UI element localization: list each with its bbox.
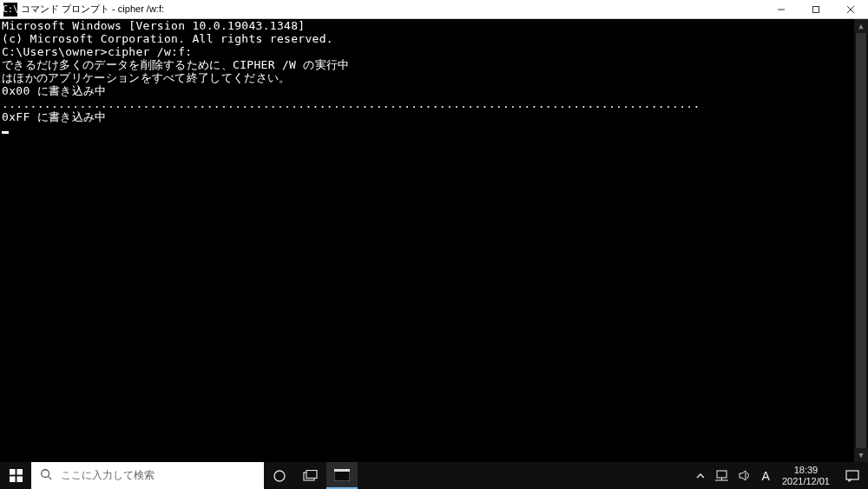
svg-rect-15	[717, 471, 727, 478]
terminal-line: 0x00 に書き込み中	[2, 84, 854, 97]
task-view-button[interactable]	[295, 462, 326, 489]
ime-indicator[interactable]: A	[757, 462, 775, 489]
taskbar-clock[interactable]: 18:39 2021/12/01	[775, 465, 837, 487]
svg-point-10	[274, 471, 285, 481]
taskbar-search[interactable]: ここに入力して検索	[31, 462, 264, 489]
action-center-button[interactable]	[837, 470, 868, 482]
window-title-bar: C:\ コマンド プロンプト - cipher /w:f:	[0, 0, 868, 19]
clock-time: 18:39	[782, 465, 830, 476]
terminal-line: (c) Microsoft Corporation. All rights re…	[2, 32, 854, 45]
terminal-area: Microsoft Windows [Version 10.0.19043.13…	[0, 19, 868, 462]
terminal-cursor	[2, 131, 9, 134]
maximize-button[interactable]	[799, 0, 833, 18]
terminal-line: 0xFF に書き込み中	[2, 110, 854, 123]
scroll-track[interactable]	[854, 33, 868, 448]
terminal-line: ........................................…	[2, 97, 854, 110]
svg-point-8	[42, 470, 49, 478]
window-title: コマンド プロンプト - cipher /w:f:	[21, 3, 764, 16]
terminal-cursor-line	[2, 123, 854, 136]
volume-icon[interactable]	[733, 462, 757, 489]
window-controls	[764, 0, 868, 18]
svg-rect-19	[846, 471, 858, 479]
svg-marker-18	[740, 471, 746, 480]
scroll-down-arrow[interactable]: ▼	[854, 448, 868, 462]
svg-rect-7	[16, 476, 23, 482]
clock-date: 2021/12/01	[782, 476, 830, 487]
svg-rect-5	[16, 469, 23, 475]
svg-rect-1	[813, 6, 819, 12]
tray-overflow-icon[interactable]	[691, 462, 710, 489]
network-icon[interactable]	[710, 462, 733, 489]
close-button[interactable]	[833, 0, 868, 18]
scroll-up-arrow[interactable]: ▲	[854, 19, 868, 33]
cortana-button[interactable]	[264, 462, 295, 489]
taskbar: ここに入力して検索	[0, 462, 868, 489]
terminal-line: C:\Users\owner>cipher /w:f:	[2, 45, 854, 58]
svg-rect-6	[10, 476, 16, 482]
svg-rect-4	[10, 469, 16, 475]
terminal-line: Microsoft Windows [Version 10.0.19043.13…	[2, 19, 854, 32]
system-tray: A 18:39 2021/12/01	[691, 462, 868, 489]
minimize-button[interactable]	[764, 0, 799, 18]
search-placeholder: ここに入力して検索	[61, 468, 155, 483]
search-icon	[40, 468, 52, 483]
cmd-app-icon: C:\	[3, 3, 17, 17]
svg-line-9	[49, 477, 52, 480]
terminal-output[interactable]: Microsoft Windows [Version 10.0.19043.13…	[0, 19, 854, 462]
svg-rect-14	[334, 469, 350, 472]
terminal-line: できるだけ多くのデータを削除するために、CIPHER /W の実行中	[2, 58, 854, 71]
taskbar-item-cmd[interactable]	[326, 462, 358, 489]
start-button[interactable]	[0, 462, 31, 489]
terminal-line: はほかのアプリケーションをすべて終了してください。	[2, 71, 854, 84]
vertical-scrollbar[interactable]: ▲ ▼	[854, 19, 868, 462]
svg-rect-12	[306, 470, 317, 478]
scroll-thumb[interactable]	[856, 33, 866, 448]
